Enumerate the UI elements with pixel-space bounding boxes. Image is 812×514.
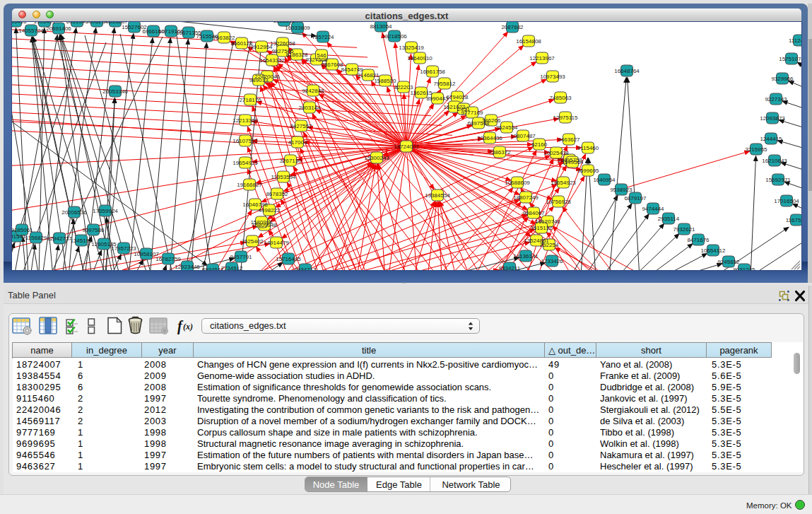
svg-text:6051340: 6051340 bbox=[66, 22, 88, 25]
svg-text:9115460: 9115460 bbox=[577, 145, 599, 151]
svg-text:2087682: 2087682 bbox=[501, 24, 524, 30]
svg-text:1588520: 1588520 bbox=[374, 78, 396, 84]
svg-text:2935114: 2935114 bbox=[658, 216, 680, 222]
svg-text:8471676: 8471676 bbox=[687, 237, 710, 243]
svg-text:1833312: 1833312 bbox=[273, 22, 295, 24]
svg-text:8427552: 8427552 bbox=[290, 123, 312, 129]
svg-text:9457791: 9457791 bbox=[230, 254, 252, 260]
svg-text:19166827: 19166827 bbox=[237, 182, 262, 188]
svg-text:391541: 391541 bbox=[12, 233, 26, 240]
svg-text:9097586: 9097586 bbox=[82, 227, 105, 233]
svg-text:10807487: 10807487 bbox=[510, 133, 536, 139]
svg-text:20691406: 20691406 bbox=[46, 25, 71, 32]
svg-text:20053346: 20053346 bbox=[102, 88, 128, 95]
svg-text:14914479: 14914479 bbox=[264, 240, 289, 246]
svg-text:1640954: 1640954 bbox=[593, 177, 616, 183]
svg-text:252254: 252254 bbox=[540, 242, 559, 248]
svg-text:2803144: 2803144 bbox=[298, 105, 321, 111]
svg-text:10688609: 10688609 bbox=[505, 180, 530, 186]
svg-text:3215955: 3215955 bbox=[745, 146, 767, 153]
svg-text:2867608: 2867608 bbox=[321, 62, 343, 68]
svg-text:12942737: 12942737 bbox=[47, 235, 72, 242]
svg-text:7932621: 7932621 bbox=[673, 226, 695, 233]
svg-text:17016504: 17016504 bbox=[774, 198, 799, 204]
svg-text:417004: 417004 bbox=[288, 139, 307, 146]
svg-text:10654112: 10654112 bbox=[701, 247, 726, 254]
svg-text:12213967: 12213967 bbox=[529, 55, 555, 62]
svg-text:9463627: 9463627 bbox=[558, 136, 580, 143]
svg-text:15751074: 15751074 bbox=[779, 56, 801, 62]
svg-text:8834211: 8834211 bbox=[499, 265, 521, 270]
svg-text:7625402: 7625402 bbox=[241, 238, 264, 245]
svg-text:9227343: 9227343 bbox=[765, 96, 787, 103]
svg-text:17957223: 17957223 bbox=[111, 245, 136, 252]
svg-text:7734512: 7734512 bbox=[220, 265, 243, 270]
svg-text:19654925: 19654925 bbox=[233, 160, 258, 166]
svg-text:19384554: 19384554 bbox=[425, 192, 450, 199]
svg-text:6794028: 6794028 bbox=[446, 94, 469, 100]
svg-text:8813054: 8813054 bbox=[370, 23, 392, 30]
svg-text:18640910: 18640910 bbox=[407, 55, 433, 62]
svg-text:9699695: 9699695 bbox=[577, 168, 599, 174]
svg-text:7485063: 7485063 bbox=[549, 95, 572, 101]
svg-text:16210643: 16210643 bbox=[762, 158, 787, 164]
svg-text:8990443: 8990443 bbox=[426, 95, 449, 102]
svg-text:9242848: 9242848 bbox=[302, 88, 324, 94]
svg-text:1112454: 1112454 bbox=[789, 37, 801, 44]
svg-text:12213369: 12213369 bbox=[233, 117, 258, 124]
svg-text:9084067: 9084067 bbox=[522, 210, 545, 216]
svg-text:16154808: 16154808 bbox=[516, 38, 541, 45]
svg-text:546: 546 bbox=[317, 52, 326, 59]
svg-text:7955812: 7955812 bbox=[433, 81, 456, 87]
svg-text:3624554: 3624554 bbox=[495, 124, 518, 131]
svg-text:19654923: 19654923 bbox=[551, 180, 576, 186]
svg-text:20206536: 20206536 bbox=[61, 209, 87, 216]
svg-text:14136141: 14136141 bbox=[513, 253, 539, 259]
svg-text:989013: 989013 bbox=[249, 77, 269, 83]
svg-text:9329966: 9329966 bbox=[771, 76, 794, 82]
svg-text:4498222: 4498222 bbox=[258, 207, 281, 214]
svg-text:9934712: 9934712 bbox=[294, 267, 317, 270]
svg-text:1167533: 1167533 bbox=[786, 217, 801, 223]
svg-text:7857224: 7857224 bbox=[312, 34, 334, 40]
svg-text:18724007: 18724007 bbox=[394, 144, 419, 150]
svg-text:14055724: 14055724 bbox=[18, 28, 44, 34]
svg-text:19218506: 19218506 bbox=[382, 33, 407, 40]
svg-text:13226058: 13226058 bbox=[270, 40, 295, 47]
svg-text:20364436: 20364436 bbox=[477, 135, 502, 141]
svg-text:1905491: 1905491 bbox=[33, 22, 56, 25]
svg-text:15300243: 15300243 bbox=[364, 155, 389, 161]
svg-text:9185061: 9185061 bbox=[12, 227, 33, 233]
svg-text:1733426: 1733426 bbox=[541, 258, 563, 264]
svg-text:16033809: 16033809 bbox=[285, 25, 310, 31]
svg-text:1580994: 1580994 bbox=[250, 219, 273, 226]
svg-text:1345193: 1345193 bbox=[70, 238, 93, 244]
svg-text:1615132: 1615132 bbox=[530, 225, 553, 231]
svg-text:8995416: 8995416 bbox=[12, 22, 27, 25]
svg-text:9031245: 9031245 bbox=[733, 267, 755, 270]
svg-text:11353594: 11353594 bbox=[271, 174, 297, 180]
svg-text:6897568: 6897568 bbox=[467, 120, 490, 127]
svg-text:12093873: 12093873 bbox=[760, 115, 785, 122]
svg-text:9538923: 9538923 bbox=[610, 187, 632, 193]
svg-text:8186328: 8186328 bbox=[286, 52, 308, 58]
svg-text:12975115: 12975115 bbox=[553, 115, 579, 121]
svg-text:16782759: 16782759 bbox=[155, 256, 181, 262]
svg-text:15716485: 15716485 bbox=[276, 256, 301, 262]
svg-text:8660124: 8660124 bbox=[230, 40, 253, 47]
svg-text:16120746: 16120746 bbox=[535, 218, 560, 225]
svg-text:9474444: 9474444 bbox=[642, 206, 664, 212]
svg-text:9245652: 9245652 bbox=[717, 259, 740, 265]
svg-text:8678352: 8678352 bbox=[266, 191, 288, 197]
svg-text:16961758: 16961758 bbox=[420, 69, 445, 75]
svg-text:7386372: 7386372 bbox=[488, 149, 511, 156]
svg-text:18807249: 18807249 bbox=[513, 194, 539, 201]
svg-text:2718176: 2718176 bbox=[239, 97, 261, 103]
svg-text:1156829: 1156829 bbox=[25, 235, 47, 241]
svg-text:62160: 62160 bbox=[531, 141, 548, 148]
svg-text:(x): (x) bbox=[183, 322, 193, 332]
svg-text:13325419: 13325419 bbox=[399, 45, 424, 51]
svg-text:12923446: 12923446 bbox=[175, 264, 200, 270]
svg-text:19756928: 19756928 bbox=[546, 199, 571, 205]
svg-text:3267130: 3267130 bbox=[279, 158, 302, 164]
